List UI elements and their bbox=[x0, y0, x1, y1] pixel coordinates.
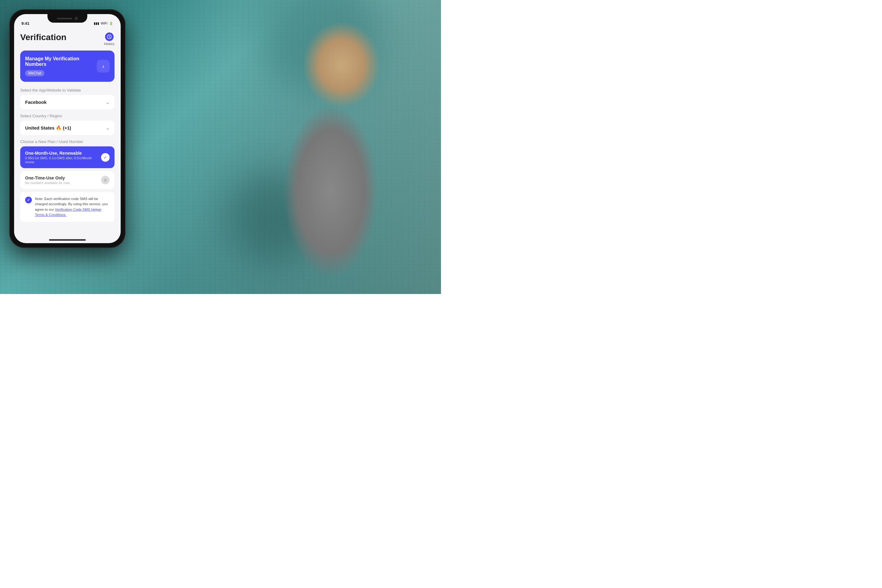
country-section-label: Select Country / Region bbox=[20, 114, 114, 118]
screen-header: Verification History bbox=[20, 33, 114, 46]
plan-one-time-name: One-Time-Use Only bbox=[25, 176, 70, 180]
battery-icon: 🔋 bbox=[109, 21, 113, 26]
app-section-label: Select the App/Website to Validate bbox=[20, 88, 114, 93]
plan-one-month-info: One-Month-Use, Renewable 0.99⊙1st SMS, 0… bbox=[25, 151, 101, 164]
plan-one-month-check: ✓ bbox=[101, 153, 110, 162]
history-button[interactable]: History bbox=[104, 33, 114, 46]
note-checkmark-icon: ✓ bbox=[25, 196, 32, 203]
phone-mockup: 9:41 ▮▮▮ WiFi 🔋 Verification bbox=[9, 9, 126, 248]
app-dropdown-chevron: ⌄ bbox=[106, 99, 110, 105]
plan-section-label: Choose a New Plan / Used Number bbox=[20, 140, 114, 144]
country-dropdown-chevron: ⌄ bbox=[106, 125, 110, 131]
manage-card-title: Manage My Verification Numbers bbox=[25, 56, 97, 67]
screen-content: Verification History bbox=[14, 14, 121, 243]
country-dropdown[interactable]: United States 🔥 (+1) ⌄ bbox=[20, 121, 114, 135]
wifi-icon: WiFi bbox=[101, 21, 108, 25]
manage-card-content: Manage My Verification Numbers WeChat bbox=[25, 56, 97, 76]
plan-option-one-time[interactable]: One-Time-Use Only No numbers available f… bbox=[20, 171, 114, 189]
plan-one-time-info: One-Time-Use Only No numbers available f… bbox=[25, 176, 70, 184]
page-title: Verification bbox=[20, 33, 66, 42]
signal-icon: ▮▮▮ bbox=[94, 21, 99, 26]
arrow-right-icon: › bbox=[102, 63, 104, 70]
history-icon bbox=[105, 33, 114, 41]
home-indicator bbox=[49, 239, 86, 241]
app-dropdown-value: Facebook bbox=[25, 99, 46, 105]
background-person bbox=[202, 0, 417, 294]
manage-card-arrow[interactable]: › bbox=[97, 60, 110, 73]
note-text: Note: Each verification code SMS will be… bbox=[35, 196, 110, 218]
plan-one-month-desc: 0.99⊙1st SMS, 0.1⊙/SMS after, 0.5⊙/Month… bbox=[25, 156, 101, 164]
history-label: History bbox=[104, 42, 114, 46]
status-icons: ▮▮▮ WiFi 🔋 bbox=[94, 21, 113, 26]
note-box: ✓ Note: Each verification code SMS will … bbox=[20, 192, 114, 222]
phone-screen: 9:41 ▮▮▮ WiFi 🔋 Verification bbox=[14, 14, 121, 243]
app-dropdown[interactable]: Facebook ⌄ bbox=[20, 95, 114, 110]
phone-camera bbox=[75, 17, 78, 20]
status-time: 9:41 bbox=[21, 21, 29, 26]
wechat-badge: WeChat bbox=[25, 70, 44, 76]
plan-one-time-desc: No numbers available for now. bbox=[25, 181, 70, 184]
country-dropdown-value: United States 🔥 (+1) bbox=[25, 125, 71, 131]
plan-one-time-check: ⊘ bbox=[101, 176, 110, 184]
plan-one-month-name: One-Month-Use, Renewable bbox=[25, 151, 101, 156]
plan-option-one-month[interactable]: One-Month-Use, Renewable 0.99⊙1st SMS, 0… bbox=[20, 146, 114, 168]
phone-notch bbox=[48, 14, 87, 22]
phone-speaker bbox=[57, 18, 72, 19]
manage-card[interactable]: Manage My Verification Numbers WeChat › bbox=[20, 51, 114, 82]
